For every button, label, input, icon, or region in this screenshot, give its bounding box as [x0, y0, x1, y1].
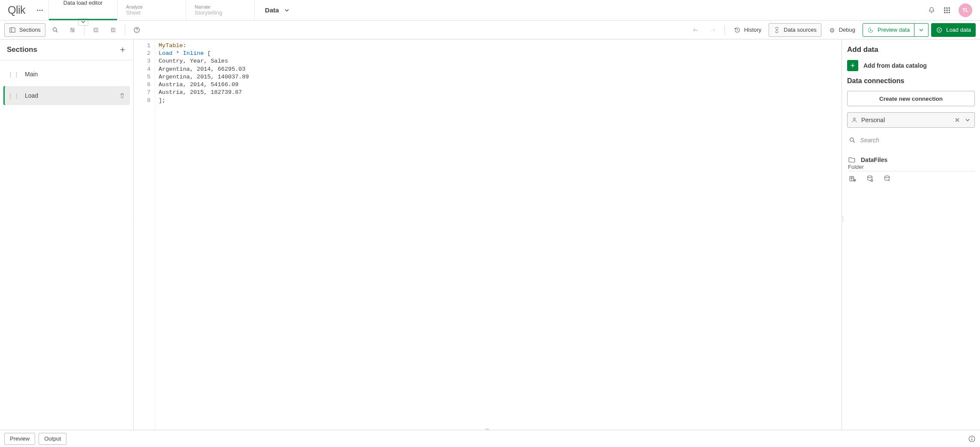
- nav-tab-prepare[interactable]: Prepare Data load editor: [48, 0, 117, 20]
- section-item-main[interactable]: ⋮⋮Main: [3, 65, 130, 84]
- redo-icon: [709, 27, 716, 33]
- debug-label: Debug: [839, 27, 855, 33]
- data-panel: ⋮ Add data + Add from data catalog Data …: [842, 39, 980, 430]
- nav-data-dropdown[interactable]: Data: [254, 0, 301, 20]
- clear-icon[interactable]: [954, 117, 961, 123]
- svg-rect-12: [10, 27, 15, 32]
- nav-data-label: Data: [265, 6, 279, 14]
- drag-handle-icon[interactable]: ⋮⋮: [8, 93, 20, 99]
- history-label: History: [744, 27, 761, 33]
- svg-point-26: [136, 31, 137, 31]
- undo-button[interactable]: [688, 23, 703, 37]
- code-content[interactable]: MyTable:Load * Inline [Country, Year, Sa…: [155, 39, 249, 430]
- svg-point-2: [42, 9, 43, 11]
- notifications-button[interactable]: [928, 6, 935, 14]
- svg-point-0: [37, 9, 38, 11]
- sections-toggle-label: Sections: [19, 27, 41, 33]
- svg-point-38: [854, 118, 856, 120]
- connection-search[interactable]: [847, 134, 975, 147]
- connection-insert-script-button[interactable]: [866, 175, 874, 183]
- comment-toggle-button[interactable]: [65, 23, 80, 37]
- chevron-down-icon[interactable]: [964, 117, 971, 123]
- svg-point-14: [53, 27, 57, 31]
- svg-point-41: [850, 138, 854, 141]
- preview-tab-button[interactable]: Preview: [4, 433, 35, 445]
- outdent-button[interactable]: [106, 23, 120, 37]
- prepare-dropdown-button[interactable]: [78, 18, 88, 26]
- user-avatar[interactable]: TL: [959, 3, 972, 17]
- main-area: Sections ⋮⋮Main⋮⋮Load ⋮ 12345678 MyTable…: [0, 39, 980, 430]
- plus-icon: +: [847, 60, 858, 71]
- section-item-label: Load: [25, 92, 114, 99]
- data-sources-label: Data sources: [784, 27, 817, 33]
- outdent-icon: [110, 27, 117, 33]
- load-data-button[interactable]: Load data: [931, 23, 976, 37]
- svg-rect-6: [944, 9, 945, 11]
- history-button[interactable]: History: [729, 23, 766, 37]
- svg-rect-4: [947, 7, 948, 9]
- toolbar: Sections History Data sources Debug Pr: [0, 21, 980, 39]
- svg-rect-11: [949, 12, 950, 13]
- add-section-button[interactable]: [119, 46, 126, 54]
- data-sources-button[interactable]: Data sources: [769, 23, 821, 37]
- editor-bottom-resize-handle[interactable]: ═: [486, 426, 490, 432]
- svg-line-15: [56, 31, 57, 32]
- preview-data-button[interactable]: Preview data: [863, 23, 914, 37]
- add-data-heading: Add data: [847, 45, 975, 54]
- add-from-catalog-button[interactable]: + Add from data catalog: [847, 60, 975, 71]
- person-icon: [851, 117, 858, 123]
- connection-select-data-button[interactable]: [849, 175, 857, 183]
- qlik-logo[interactable]: Qlik: [0, 0, 31, 20]
- nav-tab-narrate-top: Narrate: [195, 4, 246, 9]
- debug-icon: [829, 27, 836, 33]
- svg-rect-3: [944, 7, 945, 9]
- app-launcher-button[interactable]: [943, 6, 951, 14]
- preview-data-label: Preview data: [878, 27, 910, 33]
- nav-tab-prepare-bottom: Data load editor: [63, 0, 103, 6]
- sections-toggle-button[interactable]: Sections: [4, 23, 45, 37]
- connection-search-input[interactable]: [860, 137, 973, 144]
- load-data-label: Load data: [946, 27, 971, 33]
- preview-data-dropdown[interactable]: [914, 23, 929, 37]
- redo-button[interactable]: [706, 23, 720, 37]
- svg-rect-10: [947, 12, 948, 13]
- preview-icon: [867, 27, 874, 33]
- svg-line-18: [72, 27, 73, 32]
- comment-icon: [69, 27, 76, 33]
- panel-icon: [9, 27, 16, 33]
- debug-button[interactable]: Debug: [824, 23, 860, 37]
- load-icon: [936, 27, 943, 33]
- script-editor[interactable]: 12345678 MyTable:Load * Inline [Country,…: [134, 39, 842, 430]
- more-menu-button[interactable]: [31, 0, 48, 20]
- folder-icon: [848, 156, 856, 164]
- space-selector-label: Personal: [861, 117, 950, 123]
- help-icon: [133, 27, 140, 33]
- info-button[interactable]: [968, 435, 976, 443]
- drag-handle-icon[interactable]: ⋮⋮: [8, 71, 20, 78]
- nav-tab-narrate[interactable]: Narrate Storytelling: [186, 0, 254, 20]
- section-item-load[interactable]: ⋮⋮Load: [3, 86, 130, 105]
- line-number-gutter: 12345678: [134, 39, 155, 430]
- delete-section-button[interactable]: [119, 92, 126, 99]
- right-panel-resize-handle[interactable]: ⋮: [840, 215, 846, 222]
- connection-edit-button[interactable]: [883, 175, 891, 183]
- sections-title: Sections: [7, 45, 37, 54]
- search-icon: [849, 136, 856, 144]
- create-connection-button[interactable]: Create new connection: [847, 91, 975, 106]
- svg-line-42: [853, 141, 854, 142]
- connection-item-label: DataFiles: [861, 156, 887, 163]
- output-tab-button[interactable]: Output: [39, 433, 66, 445]
- data-sources-icon: [773, 27, 780, 33]
- nav-tab-analyze-top: Analyze: [126, 4, 177, 9]
- top-nav: Qlik Prepare Data load editor Analyze Sh…: [0, 0, 980, 21]
- indent-icon: [93, 27, 99, 33]
- svg-rect-7: [947, 9, 948, 11]
- svg-rect-5: [949, 7, 950, 9]
- help-button[interactable]: [129, 23, 144, 37]
- nav-tab-analyze[interactable]: Analyze Sheet: [117, 0, 186, 20]
- undo-icon: [692, 27, 699, 33]
- search-button[interactable]: [48, 23, 63, 37]
- sections-panel: Sections ⋮⋮Main⋮⋮Load ⋮: [0, 39, 134, 430]
- space-selector[interactable]: Personal: [847, 112, 975, 128]
- indent-button[interactable]: [89, 23, 103, 37]
